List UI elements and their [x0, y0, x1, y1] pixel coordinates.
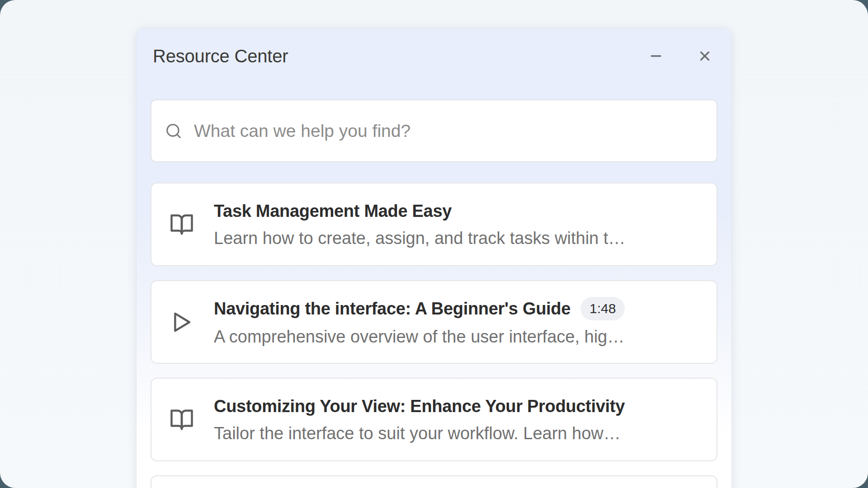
screen-background: Resource Center	[0, 0, 868, 488]
minimize-button[interactable]	[645, 45, 667, 67]
close-icon	[697, 48, 712, 64]
resource-card[interactable]: Navigating the interface: A Beginner's G…	[151, 280, 717, 364]
close-button[interactable]	[693, 45, 716, 67]
book-open-icon	[170, 212, 194, 237]
resource-title: Navigating the interface: A Beginner's G…	[214, 298, 571, 319]
minus-icon	[648, 48, 664, 64]
book-open-icon	[170, 408, 194, 432]
panel-title: Resource Center	[153, 45, 645, 67]
resource-title-row: Customizing Your View: Enhance Your Prod…	[214, 395, 698, 417]
resource-title: Customizing Your View: Enhance Your Prod…	[214, 395, 625, 417]
panel-header: Resource Center	[137, 28, 731, 67]
resource-description: Tailor the interface to suit your workfl…	[214, 423, 698, 444]
resource-description: A comprehensive overview of the user int…	[214, 326, 698, 347]
resource-title-row: Task Management Made Easy	[214, 200, 698, 222]
resource-card[interactable]	[151, 475, 717, 488]
resource-card[interactable]: Task Management Made Easy Learn how to c…	[151, 183, 717, 266]
resource-card-body: Customizing Your View: Enhance Your Prod…	[214, 395, 698, 444]
resource-center-panel: Resource Center	[137, 28, 731, 488]
resource-card-body: Task Management Made Easy Learn how to c…	[214, 200, 698, 249]
resource-title: Task Management Made Easy	[214, 200, 452, 222]
search-input[interactable]	[194, 121, 703, 141]
resource-card-body: Navigating the interface: A Beginner's G…	[214, 297, 698, 347]
resource-description: Learn how to create, assign, and track t…	[214, 228, 698, 249]
resource-card[interactable]: Customizing Your View: Enhance Your Prod…	[151, 378, 717, 461]
search-icon	[165, 122, 182, 140]
duration-badge: 1:48	[580, 297, 625, 320]
resource-list: Task Management Made Easy Learn how to c…	[151, 183, 717, 488]
panel-content: Task Management Made Easy Learn how to c…	[137, 99, 731, 488]
resource-title-row: Navigating the interface: A Beginner's G…	[214, 297, 698, 320]
search-box	[151, 99, 717, 162]
play-icon	[170, 310, 194, 334]
